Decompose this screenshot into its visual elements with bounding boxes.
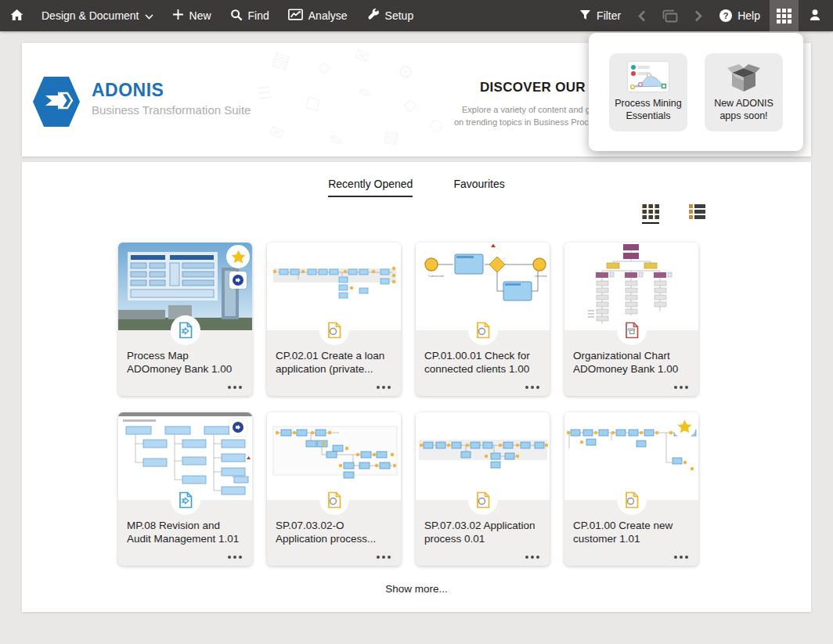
tile-menu-button[interactable] [228, 386, 242, 389]
menu-design-document[interactable]: Design & Document [32, 0, 163, 31]
doodle-icon: ✉ [352, 44, 373, 67]
list-view-icon [689, 204, 705, 219]
tile-menu-button[interactable] [674, 386, 688, 389]
user-account-button[interactable] [799, 0, 833, 31]
tile-view-icon [642, 204, 659, 219]
help-button[interactable]: ? Help [710, 0, 770, 31]
menu-find-label: Find [248, 9, 269, 22]
new-adonis-apps-label: New ADONIS apps soon! [705, 97, 783, 123]
menu-new[interactable]: New [163, 0, 221, 31]
menu-find[interactable]: Find [221, 0, 279, 31]
windows-button[interactable] [654, 0, 687, 31]
forward-button[interactable] [687, 0, 710, 31]
user-icon [808, 8, 822, 24]
process-mining-essentials-tile[interactable]: Process Mining Essentials [609, 53, 687, 131]
model-tile[interactable]: Connected checked CP.01.00.01 Check for … [416, 243, 550, 396]
svg-text:Connected: Connected [428, 274, 443, 278]
process-mining-chart-icon [628, 56, 669, 97]
tile-menu-button[interactable] [377, 556, 391, 559]
top-navigation-bar: Design & Document New Find Analyse [0, 0, 833, 31]
doodle-icon: ◻ [303, 90, 323, 115]
model-tile[interactable]: CP.01.00 Create new customer 1.01 [564, 412, 698, 566]
doodle-icon: ✎ [326, 129, 347, 153]
tile-title: CP.01.00 Create new customer 1.01 [573, 519, 691, 546]
tile-menu-button[interactable] [377, 386, 391, 389]
model-type-icon-business-process [319, 485, 349, 515]
topbar-right-group: Filter ? Help [570, 0, 833, 31]
filter-label: Filter [597, 9, 621, 22]
apps-popup: Process Mining Essentials New ADONIS app… [589, 33, 803, 151]
home-button[interactable] [0, 0, 32, 31]
tab-favourites[interactable]: Favourites [453, 178, 504, 197]
tabs: Recently Opened Favourites [22, 178, 811, 197]
app-badge [229, 272, 247, 289]
wrench-icon [366, 8, 380, 23]
doodle-icon: ◇ [316, 56, 332, 77]
model-type-icon-process-map [171, 485, 200, 515]
doodle-icon: ▤ [269, 47, 293, 74]
menu-analyse[interactable]: Analyse [279, 0, 357, 31]
model-tile[interactable]: SP.07.03.02 Application process 0.01 [416, 412, 550, 566]
menu-new-label: New [189, 9, 211, 22]
model-tile[interactable]: MP.08 Revision and Audit Management 1.01 [118, 412, 252, 566]
svg-text:checked: checked [535, 274, 546, 278]
favourite-star-badge[interactable] [226, 245, 250, 268]
help-label: Help [737, 9, 760, 22]
chart-icon [288, 9, 303, 23]
apps-menu-button[interactable] [770, 0, 799, 31]
tile-menu-button[interactable] [525, 556, 539, 559]
doodle-icon: ▤ [382, 127, 400, 148]
doodle-icon: ☰ [255, 83, 272, 103]
tab-recently-opened[interactable]: Recently Opened [328, 178, 413, 197]
model-tile[interactable]: CP.02.01 Create a loan application (priv… [267, 243, 401, 396]
model-type-icon-business-process [617, 485, 647, 515]
open-box-icon [726, 56, 762, 97]
apps-grid-icon [777, 9, 792, 23]
doodle-icon: ◇ [402, 94, 419, 116]
brand-name: ADONIS [92, 80, 164, 101]
tile-title: CP.02.01 Create a loan application (priv… [276, 349, 393, 376]
filter-button[interactable]: Filter [570, 0, 630, 31]
tile-title: Process Map ADOmoney Bank 1.00 [127, 349, 244, 376]
filter-icon [579, 9, 591, 23]
view-toggles [642, 204, 705, 224]
model-type-icon-business-process [319, 315, 349, 345]
back-button[interactable] [630, 0, 654, 31]
tile-title: SP.07.03.02-O Application process... [276, 519, 393, 546]
plus-icon [172, 9, 184, 23]
tile-view-toggle[interactable] [642, 204, 659, 224]
adonis-start-page: Design & Document New Find Analyse [0, 0, 833, 644]
model-type-icon-organizational-chart [617, 315, 647, 345]
search-icon [230, 9, 243, 23]
tile-title: MP.08 Revision and Audit Management 1.01 [127, 519, 244, 546]
favourite-star-badge[interactable] [673, 415, 696, 438]
tile-menu-button[interactable] [525, 386, 539, 389]
menu-setup-label: Setup [385, 9, 414, 22]
model-tile[interactable]: Process Map ADOmoney Bank 1.00 [118, 243, 252, 396]
adonis-logo [31, 74, 81, 129]
new-adonis-apps-tile[interactable]: New ADONIS apps soon! [705, 53, 783, 131]
tile-title: SP.07.03.02 Application process 0.01 [424, 519, 542, 546]
doodle-icon: ✉ [266, 121, 287, 144]
model-type-icon-process-map [171, 315, 200, 345]
model-type-icon-business-process [468, 315, 498, 345]
model-type-icon-business-process [468, 485, 498, 515]
chevron-down-icon [145, 9, 153, 22]
list-view-toggle[interactable] [689, 204, 705, 224]
menu-setup[interactable]: Setup [357, 0, 424, 31]
doodle-icon: ⚙ [395, 59, 416, 84]
help-icon: ? [719, 9, 732, 22]
doodle-icon: ○ [427, 113, 445, 135]
start-page-panel: Recently Opened Favourites [22, 162, 811, 612]
menu-design-document-label: Design & Document [41, 9, 139, 22]
tile-menu-button[interactable] [228, 556, 242, 559]
show-more-link[interactable]: Show more... [22, 583, 811, 595]
model-tile[interactable]: Organizational Chart ADOmoney Bank 1.00 [564, 243, 698, 396]
tile-menu-button[interactable] [674, 556, 688, 559]
app-badge [229, 419, 247, 436]
brand-tagline: Business Transformation Suite [92, 103, 251, 117]
model-tile[interactable]: SP.07.03.02-O Application process... [267, 412, 401, 566]
home-icon [9, 8, 24, 24]
doodle-icon: ✎ [355, 82, 375, 105]
menu-analyse-label: Analyse [308, 9, 348, 22]
